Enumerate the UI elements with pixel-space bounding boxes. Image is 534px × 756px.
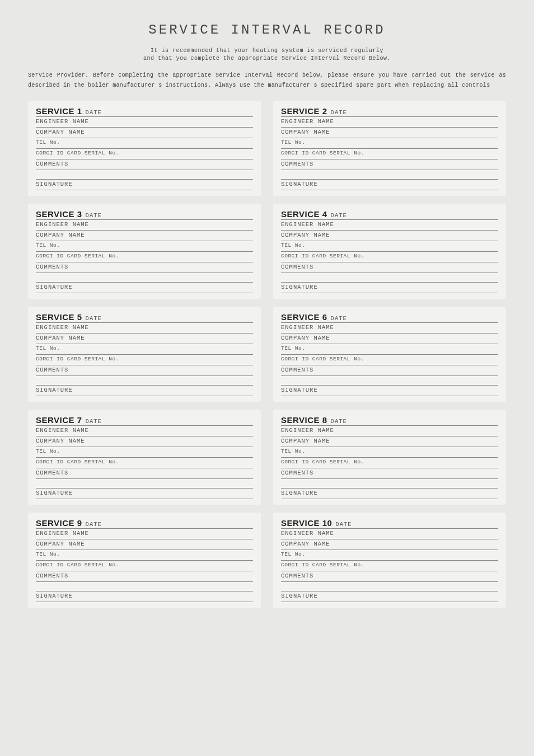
row-comments: COMMENTS	[281, 365, 498, 376]
label-company: COMPANY NAME	[36, 232, 85, 238]
row-signature: SIGNATURE	[36, 283, 253, 293]
row-engineer: ENGINEER NAME	[36, 117, 253, 128]
service-heading: SERVICE 1	[36, 106, 82, 116]
subtitle-line1: It is recommended that your heating syst…	[28, 48, 506, 54]
row-engineer: ENGINEER NAME	[36, 529, 253, 539]
row-signature: SIGNATURE	[36, 180, 253, 190]
row-corgi: CORGI ID CARD SERIAL No.	[281, 355, 498, 365]
row-engineer: ENGINEER NAME	[281, 323, 498, 334]
label-tel: TEL No.	[36, 551, 60, 557]
service-heading: SERVICE 5	[36, 312, 82, 322]
label-comments: COMMENTS	[36, 469, 68, 476]
row-blank	[36, 479, 253, 489]
label-corgi: CORGI ID CARD SERIAL No.	[281, 356, 364, 362]
label-tel: TEL No.	[36, 242, 60, 248]
service-heading: SERVICE 3	[36, 209, 82, 219]
row-blank	[36, 376, 253, 386]
label-corgi: CORGI ID CARD SERIAL No.	[281, 562, 364, 568]
service-heading: SERVICE 10	[281, 518, 332, 528]
label-comments: COMMENTS	[281, 572, 313, 579]
row-company: COMPANY NAME	[281, 539, 498, 550]
label-tel: TEL No.	[281, 448, 305, 454]
service-block-10: SERVICE 10 DATE ENGINEER NAME COMPANY NA…	[273, 513, 506, 608]
row-date: SERVICE 3 DATE	[36, 208, 253, 220]
row-engineer: ENGINEER NAME	[281, 529, 498, 539]
row-corgi: CORGI ID CARD SERIAL No.	[281, 561, 498, 571]
row-company: COMPANY NAME	[36, 128, 253, 138]
row-date: SERVICE 7 DATE	[36, 414, 253, 426]
row-corgi: CORGI ID CARD SERIAL No.	[36, 355, 253, 365]
subtitle-line2: and that you complete the appropriate Se…	[28, 55, 506, 62]
row-engineer: ENGINEER NAME	[36, 323, 253, 334]
service-block-5: SERVICE 5 DATE ENGINEER NAME COMPANY NAM…	[28, 307, 261, 402]
label-signature: SIGNATURE	[281, 593, 318, 599]
label-signature: SIGNATURE	[36, 387, 73, 393]
label-date: DATE	[335, 521, 352, 528]
row-engineer: ENGINEER NAME	[281, 220, 498, 231]
row-blank	[281, 273, 498, 283]
row-comments: COMMENTS	[281, 262, 498, 273]
label-corgi: CORGI ID CARD SERIAL No.	[36, 459, 119, 465]
label-comments: COMMENTS	[281, 264, 313, 270]
row-company: COMPANY NAME	[281, 436, 498, 447]
label-corgi: CORGI ID CARD SERIAL No.	[281, 459, 364, 465]
row-tel: TEL No.	[36, 344, 253, 355]
label-date: DATE	[86, 109, 102, 116]
service-block-7: SERVICE 7 DATE ENGINEER NAME COMPANY NAM…	[28, 410, 261, 505]
label-company: COMPANY NAME	[36, 438, 85, 444]
label-comments: COMMENTS	[36, 367, 68, 373]
row-tel: TEL No.	[281, 550, 498, 561]
label-company: COMPANY NAME	[36, 335, 85, 341]
label-date: DATE	[86, 418, 102, 425]
label-signature: SIGNATURE	[281, 387, 318, 393]
row-signature: SIGNATURE	[36, 591, 253, 602]
service-block-9: SERVICE 9 DATE ENGINEER NAME COMPANY NAM…	[28, 513, 261, 608]
row-signature: SIGNATURE	[36, 489, 253, 499]
row-date: SERVICE 2 DATE	[281, 105, 498, 117]
label-tel: TEL No.	[281, 242, 305, 248]
label-signature: SIGNATURE	[281, 181, 318, 187]
label-signature: SIGNATURE	[36, 593, 73, 599]
label-engineer: ENGINEER NAME	[281, 118, 334, 125]
service-grid: SERVICE 1 DATE ENGINEER NAME COMPANY NAM…	[28, 101, 506, 608]
row-corgi: CORGI ID CARD SERIAL No.	[281, 149, 498, 159]
row-corgi: CORGI ID CARD SERIAL No.	[281, 252, 498, 262]
row-tel: TEL No.	[281, 344, 498, 355]
row-signature: SIGNATURE	[281, 386, 498, 396]
service-heading: SERVICE 7	[36, 415, 82, 425]
service-heading: SERVICE 4	[281, 209, 327, 219]
row-date: SERVICE 5 DATE	[36, 311, 253, 323]
label-company: COMPANY NAME	[281, 541, 330, 547]
label-comments: COMMENTS	[36, 264, 68, 270]
row-blank	[36, 273, 253, 283]
label-tel: TEL No.	[281, 345, 305, 351]
label-comments: COMMENTS	[36, 161, 68, 167]
label-engineer: ENGINEER NAME	[36, 221, 89, 228]
row-corgi: CORGI ID CARD SERIAL No.	[36, 252, 253, 262]
label-corgi: CORGI ID CARD SERIAL No.	[36, 562, 119, 568]
service-block-6: SERVICE 6 DATE ENGINEER NAME COMPANY NAM…	[273, 307, 506, 402]
service-block-4: SERVICE 4 DATE ENGINEER NAME COMPANY NAM…	[273, 204, 506, 299]
label-comments: COMMENTS	[281, 367, 313, 373]
label-signature: SIGNATURE	[36, 284, 73, 290]
row-blank	[281, 170, 498, 180]
label-tel: TEL No.	[281, 139, 305, 145]
row-comments: COMMENTS	[36, 468, 253, 479]
label-tel: TEL No.	[36, 448, 60, 454]
label-comments: COMMENTS	[281, 469, 313, 476]
row-comments: COMMENTS	[281, 159, 498, 170]
label-tel: TEL No.	[281, 551, 305, 557]
label-company: COMPANY NAME	[281, 335, 330, 341]
label-date: DATE	[86, 521, 102, 528]
label-signature: SIGNATURE	[281, 284, 318, 290]
row-company: COMPANY NAME	[281, 231, 498, 241]
row-date: SERVICE 10 DATE	[281, 517, 498, 529]
row-tel: TEL No.	[36, 550, 253, 561]
label-comments: COMMENTS	[281, 161, 313, 167]
label-company: COMPANY NAME	[281, 129, 330, 135]
service-heading: SERVICE 6	[281, 312, 327, 322]
label-corgi: CORGI ID CARD SERIAL No.	[281, 150, 364, 156]
row-blank	[36, 582, 253, 591]
row-company: COMPANY NAME	[281, 334, 498, 344]
label-engineer: ENGINEER NAME	[281, 530, 334, 537]
